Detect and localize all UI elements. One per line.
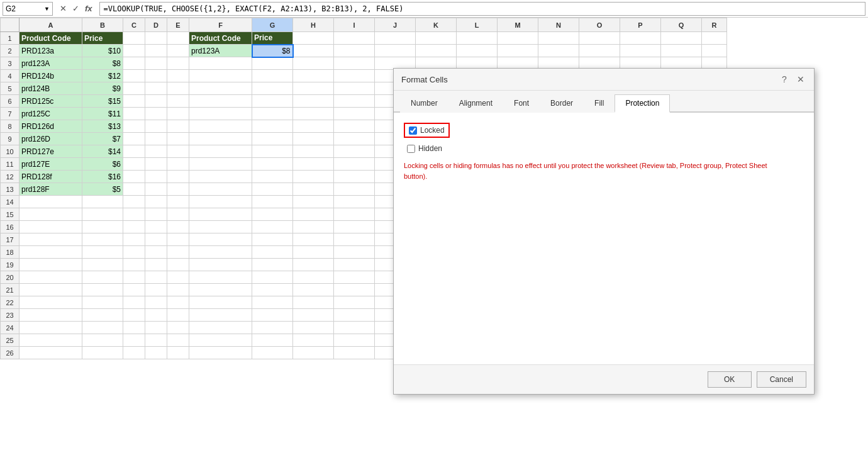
dialog-help-icon[interactable]: ?: [779, 74, 790, 85]
col-header-r[interactable]: R: [702, 18, 727, 32]
tab-alignment[interactable]: Alignment: [448, 94, 503, 113]
cell-r2[interactable]: [702, 45, 727, 57]
cell-a1[interactable]: Product Code: [19, 32, 82, 45]
col-header-f[interactable]: F: [189, 18, 252, 32]
cell-n2[interactable]: [538, 45, 579, 57]
formula-input[interactable]: [99, 2, 865, 16]
cell-l2[interactable]: [457, 45, 498, 57]
locked-checkbox[interactable]: [409, 126, 417, 135]
cell-a2[interactable]: PRD123a: [19, 45, 82, 57]
col-header-o[interactable]: O: [579, 18, 620, 32]
cell-j1[interactable]: [375, 32, 416, 45]
locked-row: Locked: [404, 123, 804, 138]
cell-l1[interactable]: [457, 32, 498, 45]
cancel-button[interactable]: Cancel: [757, 371, 806, 388]
cell-a3[interactable]: prd123A: [19, 57, 82, 70]
confirm-formula-icon[interactable]: ✓: [70, 3, 81, 14]
row-header-1[interactable]: 1: [1, 32, 19, 45]
dialog-controls: ? ✕: [779, 74, 806, 85]
cell-q1[interactable]: [661, 32, 702, 45]
table-row: 1 Product Code Price Product Code Price: [1, 32, 727, 45]
cell-h1[interactable]: [293, 32, 334, 45]
formula-bar: G2 ▼ ✕ ✓ fx: [0, 0, 868, 18]
col-header-q[interactable]: Q: [661, 18, 702, 32]
cell-i1[interactable]: [334, 32, 375, 45]
name-box[interactable]: G2 ▼: [3, 2, 53, 16]
col-header-d[interactable]: D: [145, 18, 167, 32]
locked-label[interactable]: Locked: [420, 126, 445, 135]
format-cells-dialog: Format Cells ? ✕ Number Alignment Font B…: [393, 68, 815, 395]
cell-m2[interactable]: [498, 45, 538, 57]
cell-e2[interactable]: [167, 45, 189, 57]
col-header-p[interactable]: P: [620, 18, 661, 32]
name-box-dropdown-icon[interactable]: ▼: [44, 6, 50, 12]
cell-d1[interactable]: [145, 32, 167, 45]
cell-b1[interactable]: Price: [82, 32, 123, 45]
col-header-e[interactable]: E: [167, 18, 189, 32]
col-header-h[interactable]: H: [293, 18, 334, 32]
col-header-k[interactable]: K: [416, 18, 457, 32]
hidden-row: Hidden: [404, 143, 804, 154]
col-header-c[interactable]: C: [123, 18, 145, 32]
insert-function-icon[interactable]: fx: [83, 3, 94, 14]
cell-k1[interactable]: [416, 32, 457, 45]
col-header-j[interactable]: J: [375, 18, 416, 32]
tab-bar: Number Alignment Font Border Fill Protec…: [394, 91, 814, 113]
tab-font[interactable]: Font: [503, 94, 540, 113]
ok-button[interactable]: OK: [708, 371, 752, 388]
cell-m1[interactable]: [498, 32, 538, 45]
cell-i2[interactable]: [334, 45, 375, 57]
cell-o2[interactable]: [579, 45, 620, 57]
dialog-close-icon[interactable]: ✕: [795, 74, 806, 85]
cell-h2[interactable]: [293, 45, 334, 57]
cell-j2[interactable]: [375, 45, 416, 57]
col-header-g[interactable]: G: [252, 18, 293, 32]
cell-n1[interactable]: [538, 32, 579, 45]
dialog-content: Locked Hidden Locking cells or hiding fo…: [394, 113, 814, 364]
tab-protection[interactable]: Protection: [615, 94, 670, 113]
table-row: 2 PRD123a $10 prd123A $8: [1, 45, 727, 57]
dialog-footer: OK Cancel: [394, 364, 814, 394]
hidden-checkbox[interactable]: [407, 145, 415, 153]
locked-checkbox-wrap: Locked: [404, 123, 450, 138]
cancel-formula-icon[interactable]: ✕: [58, 3, 69, 14]
dialog-titlebar: Format Cells ? ✕: [394, 69, 814, 91]
cell-b3[interactable]: $8: [82, 57, 123, 70]
tab-border[interactable]: Border: [540, 94, 584, 113]
protection-note: Locking cells or hiding formulas has no …: [404, 160, 769, 181]
corner-cell: [1, 18, 19, 32]
col-header-i[interactable]: I: [334, 18, 375, 32]
cell-p1[interactable]: [620, 32, 661, 45]
cell-r1[interactable]: [702, 32, 727, 45]
cell-f1[interactable]: Product Code: [189, 32, 252, 45]
cell-q2[interactable]: [661, 45, 702, 57]
tab-fill[interactable]: Fill: [584, 94, 615, 113]
cell-p2[interactable]: [620, 45, 661, 57]
cell-c2[interactable]: [123, 45, 145, 57]
col-header-b[interactable]: B: [82, 18, 123, 32]
dialog-title: Format Cells: [401, 75, 448, 84]
row-header-2[interactable]: 2: [1, 45, 19, 57]
cell-d2[interactable]: [145, 45, 167, 57]
cell-f2[interactable]: prd123A: [189, 45, 252, 57]
col-header-l[interactable]: L: [457, 18, 498, 32]
cell-g1[interactable]: Price: [252, 32, 293, 45]
col-header-n[interactable]: N: [538, 18, 579, 32]
cell-o1[interactable]: [579, 32, 620, 45]
cell-e1[interactable]: [167, 32, 189, 45]
row-header-3[interactable]: 3: [1, 57, 19, 70]
hidden-label[interactable]: Hidden: [418, 144, 442, 153]
cell-c1[interactable]: [123, 32, 145, 45]
formula-icons: ✕ ✓ fx: [55, 3, 97, 14]
tab-number[interactable]: Number: [400, 94, 448, 113]
spreadsheet: A B C D E F G H I J K L M N O P Q: [0, 18, 868, 455]
col-header-a[interactable]: A: [19, 18, 82, 32]
hidden-checkbox-wrap: Hidden: [404, 143, 445, 154]
cell-b2[interactable]: $10: [82, 45, 123, 57]
col-header-m[interactable]: M: [498, 18, 538, 32]
cell-k2[interactable]: [416, 45, 457, 57]
cell-g2[interactable]: $8: [252, 45, 293, 57]
